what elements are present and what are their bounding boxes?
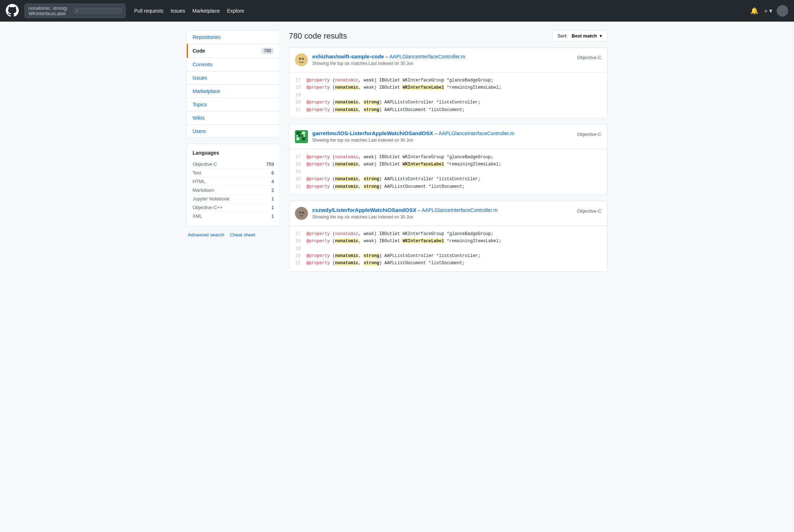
lang-count: 759 (266, 161, 274, 167)
code-block-2: 17 @property (nonatomic, weak) IBOutlet … (289, 149, 607, 195)
nav-pull-requests[interactable]: Pull requests (134, 8, 163, 14)
sidebar-item-issues[interactable]: Issues (187, 71, 280, 85)
code-line: 17 @property (nonatomic, weak) IBOutlet … (289, 154, 607, 161)
lang-row-objc[interactable]: Objective-C 759 (193, 160, 274, 169)
lang-row-xml[interactable]: XML 1 (193, 212, 274, 220)
lang-row-objcpp[interactable]: Objective-C++ 1 (193, 203, 274, 212)
advanced-search-link[interactable]: Advanced search (188, 232, 224, 238)
lang-name: XML (193, 213, 202, 219)
avatar-3 (295, 207, 308, 220)
avatar-2 (295, 130, 308, 143)
code-line: 19 (289, 168, 607, 176)
user-avatar[interactable] (777, 5, 788, 17)
code-line: 19 (289, 92, 607, 99)
result-repo-link-3[interactable]: cszwdy/ListerforAppleWatchiOSandOSX (312, 207, 416, 213)
sidebar-item-repositories[interactable]: Repositories (187, 31, 280, 44)
result-title-block-3: cszwdy/ListerforAppleWatchiOSandOSX – AA… (312, 207, 498, 220)
nav-marketplace[interactable]: Marketplace (192, 8, 220, 14)
lang-name: Jupyter Notebook (193, 196, 229, 201)
sidebar-item-wikis[interactable]: Wikis (187, 111, 280, 125)
bell-icon[interactable]: 🔔 (750, 7, 758, 15)
code-block-3: 17 @property (nonatomic, weak) IBOutlet … (289, 226, 607, 271)
sidebar: Repositories Code 780 Commits Issues Mar… (186, 30, 280, 278)
svg-point-16 (299, 212, 301, 214)
lang-name: Text (193, 170, 201, 176)
main-content: 780 code results Sort: Best match ▾ (289, 30, 608, 278)
cheat-sheet-link[interactable]: Cheat sheet (230, 232, 255, 238)
lang-row-text[interactable]: Text 6 (193, 169, 274, 177)
svg-rect-14 (302, 137, 305, 140)
lang-row-markdown[interactable]: Markdown 2 (193, 186, 274, 195)
slash-icon: / (74, 8, 122, 14)
sidebar-item-commits[interactable]: Commits (187, 58, 280, 71)
code-line: 18 @property (nonatomic, weak) IBOutlet … (289, 84, 607, 91)
sort-value: Best match (572, 33, 597, 39)
sidebar-item-label: Code (193, 48, 205, 54)
result-card-header-3: cszwdy/ListerforAppleWatchiOSandOSX – AA… (289, 201, 607, 226)
result-meta-2: Showing the top six matches Last indexed… (312, 138, 514, 143)
svg-rect-5 (296, 132, 299, 134)
lang-row-html[interactable]: HTML 4 (193, 177, 274, 186)
svg-point-0 (295, 53, 308, 66)
nav-explore[interactable]: Explore (227, 8, 244, 14)
svg-point-17 (302, 212, 304, 214)
lang-name: Markdown (193, 187, 214, 193)
sort-button[interactable]: Sort: Best match ▾ (552, 30, 608, 41)
svg-point-1 (299, 58, 301, 60)
plus-icon[interactable]: ＋▾ (763, 6, 772, 15)
lang-count: 4 (272, 179, 274, 184)
code-block-1: 17 @property (nonatomic, weak) IBOutlet … (289, 72, 607, 118)
svg-point-15 (295, 207, 308, 220)
result-card-2: garrettmc/iOS-ListerforAppleWatchiOSandO… (289, 124, 608, 195)
result-repo-link-1[interactable]: eshizhan/swift-sample-code (312, 53, 384, 59)
lang-count: 1 (272, 205, 274, 210)
code-line: 20 @property (nonatomic, strong) AAPLLis… (289, 176, 607, 183)
svg-rect-10 (301, 135, 303, 137)
sidebar-item-label: Issues (193, 75, 207, 81)
result-lang-2: Objective-C (577, 132, 601, 137)
sidebar-item-marketplace[interactable]: Marketplace (187, 85, 280, 98)
code-line: 18 @property (nonatomic, weak) IBOutlet … (289, 238, 607, 245)
result-repo-info-3: cszwdy/ListerforAppleWatchiOSandOSX – AA… (295, 207, 498, 220)
result-repo-link-2[interactable]: garrettmc/iOS-ListerforAppleWatchiOSandO… (312, 130, 433, 136)
result-title-block-1: eshizhan/swift-sample-code – AAPLGlanceI… (312, 53, 465, 66)
code-line: 21 @property (nonatomic, strong) AAPLLis… (289, 260, 607, 267)
lang-count: 6 (272, 170, 274, 176)
result-dash-2: – (435, 130, 438, 136)
result-file-link-3[interactable]: AAPLGlanceInterfaceController.m (422, 207, 497, 213)
result-dash-1: – (385, 54, 389, 59)
result-card-header-1: eshizhan/swift-sample-code – AAPLGlanceI… (289, 48, 607, 72)
sidebar-item-label: Users (193, 128, 206, 134)
results-title: 780 code results (289, 31, 347, 41)
code-line: 21 @property (nonatomic, strong) AAPLLis… (289, 183, 607, 190)
code-line: 20 @property (nonatomic, strong) AAPLLis… (289, 99, 607, 106)
sidebar-item-label: Topics (193, 102, 207, 107)
svg-point-2 (302, 58, 304, 60)
result-card-1: eshizhan/swift-sample-code – AAPLGlanceI… (289, 47, 608, 118)
nav-issues[interactable]: Issues (171, 8, 185, 14)
github-logo[interactable] (6, 4, 19, 18)
sidebar-item-topics[interactable]: Topics (187, 98, 280, 111)
svg-rect-6 (299, 132, 301, 133)
result-meta-3: Showing the top six matches Last indexed… (312, 214, 498, 220)
result-repo-info-1: eshizhan/swift-sample-code – AAPLGlanceI… (295, 53, 465, 66)
lang-row-jupyter[interactable]: Jupyter Notebook 1 (193, 195, 274, 203)
result-title-row-1: eshizhan/swift-sample-code – AAPLGlanceI… (312, 53, 465, 59)
sidebar-nav: Repositories Code 780 Commits Issues Mar… (186, 30, 280, 138)
sidebar-item-label: Wikis (193, 115, 204, 121)
result-file-link-2[interactable]: AAPLGlanceInterfaceController.m (438, 130, 514, 136)
languages-section: Languages Objective-C 759 Text 6 HTML 4 … (186, 144, 280, 226)
result-lang-3: Objective-C (577, 208, 601, 214)
code-line: 20 @property (nonatomic, strong) AAPLLis… (289, 252, 607, 260)
search-bar[interactable]: nonatomic, strong) WKInterfaceLabel / (25, 4, 125, 18)
avatar-1 (295, 53, 308, 66)
svg-rect-7 (302, 132, 305, 134)
sidebar-item-code[interactable]: Code 780 (187, 44, 280, 58)
result-file-link-1[interactable]: AAPLGlanceInterfaceController.m (389, 54, 465, 59)
result-title-block-2: garrettmc/iOS-ListerforAppleWatchiOSandO… (312, 130, 514, 143)
results-header: 780 code results Sort: Best match ▾ (289, 30, 608, 41)
result-card-3: cszwdy/ListerforAppleWatchiOSandOSX – AA… (289, 201, 608, 272)
code-line: 18 @property (nonatomic, weak) IBOutlet … (289, 161, 607, 168)
lang-name: Objective-C++ (193, 205, 222, 210)
sidebar-item-users[interactable]: Users (187, 125, 280, 138)
